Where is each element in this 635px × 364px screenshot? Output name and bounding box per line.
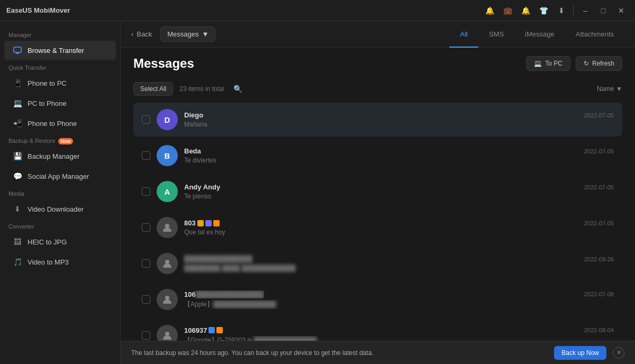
color-block [216,327,223,333]
message-name: Andy Andy [184,183,220,191]
content-area: ‹ Back Messages ▼ All SMS iMessage Attac… [121,21,635,364]
message-checkbox[interactable] [142,295,150,304]
message-checkbox[interactable] [142,115,150,124]
close-button[interactable]: ✕ [614,3,629,18]
messages-header: Messages 💻 To PC ↻ Refresh [121,48,635,77]
message-checkbox[interactable] [142,187,150,196]
close-notification-button[interactable]: ✕ [613,347,624,359]
back-chevron-icon: ‹ [131,30,133,38]
message-checkbox[interactable] [142,223,150,232]
tray-icon[interactable]: ⬇ [554,3,569,18]
message-content: 803 2022-07-05 Que tal es hoy [184,219,614,236]
message-checkbox[interactable] [142,151,150,160]
sidebar: Manager Browse & Transfer Quick Transfer… [0,21,121,364]
media-section-label: Media [0,186,120,199]
sidebar-item-phone-to-phone[interactable]: 📲 Phone to Phone [4,114,116,133]
sidebar-label-video-to-mp3: Video to MP3 [28,258,69,266]
message-checkbox[interactable] [142,259,150,268]
list-item[interactable]: B Beda 2022-07-05 Te diviertes [133,139,622,172]
message-content: 106937 2022-08-04 【Google】G-759203 is ██… [184,326,614,341]
browse-transfer-icon [13,46,22,55]
message-name: Beda [184,147,201,155]
message-preview: Te diviertes [184,157,614,164]
maximize-button[interactable]: □ [596,3,611,18]
message-date: 2022-09-26 [584,256,614,262]
items-count: 23 items in total [179,85,224,93]
dropdown-chevron-icon: ▼ [202,30,209,38]
tab-attachments[interactable]: Attachments [565,26,624,42]
select-all-button[interactable]: Select All [133,82,173,96]
briefcase-icon[interactable]: 💼 [500,3,515,18]
sort-chevron-icon: ▼ [616,85,622,93]
list-item[interactable]: ██████████████ 2022-09-26 ████████ ████ … [133,247,622,280]
back-button[interactable]: ‹ Back [131,30,152,38]
category-dropdown[interactable]: Messages ▼ [160,26,215,42]
avatar [157,325,178,341]
svg-point-5 [165,296,169,300]
search-button[interactable]: 🔍 [230,81,245,96]
message-preview: Te pienso [184,193,614,200]
message-name: Diego [184,111,203,119]
tabs-bar: All SMS iMessage Attachments [449,26,624,42]
sidebar-label-pc-to-phone: PC to Phone [28,99,67,107]
avatar: A [157,181,178,202]
social-app-manager-icon: 💬 [13,171,22,181]
message-preview: 【Google】G-759203 is ██████████████ [184,336,614,341]
to-pc-icon: 💻 [534,60,542,67]
svg-point-4 [165,260,169,264]
dropdown-value: Messages [167,30,198,38]
svg-point-3 [165,224,169,228]
message-checkbox[interactable] [142,331,150,340]
main-layout: Manager Browse & Transfer Quick Transfer… [0,21,635,364]
filter-bar: Select All 23 items in total 🔍 Name ▼ [121,77,635,103]
sidebar-item-heic-to-jpg[interactable]: 🖼 HEIC to JPG [4,232,116,251]
manager-section-label: Manager [0,28,120,40]
refresh-icon: ↻ [584,60,589,67]
sidebar-label-phone-to-phone: Phone to Phone [28,120,77,128]
refresh-button[interactable]: ↻ Refresh [576,56,622,71]
bell-icon[interactable]: 🔔 [518,3,533,18]
tab-sms[interactable]: SMS [478,26,514,42]
avatar [157,253,178,274]
sort-button[interactable]: Name ▼ [597,85,622,93]
hanger-icon[interactable]: 👕 [536,3,551,18]
sidebar-label-browse-transfer: Browse & Transfer [28,47,84,54]
sidebar-item-browse-transfer[interactable]: Browse & Transfer [4,41,116,60]
color-block [197,220,204,226]
converter-section-label: Converter [0,219,120,232]
list-item[interactable]: D Diego 2022-07-05 Mañana [133,103,622,136]
message-preview: 【Apple】██████████████ [184,300,614,309]
sidebar-item-backup-manager[interactable]: 💾 Backup Manager [4,147,116,166]
sort-label: Name [597,85,614,93]
bottom-notification-bar: The last backup was 24 hours ago. You ca… [121,341,635,364]
notification-icon[interactable]: 🔔 [482,3,497,18]
sidebar-item-social-app-manager[interactable]: 💬 Social App Manager [4,167,116,186]
sidebar-item-video-downloader[interactable]: ⬇ Video Downloader [4,199,116,219]
tab-imessage[interactable]: iMessage [514,26,565,42]
heic-icon: 🖼 [13,237,22,247]
backup-now-button[interactable]: Back up Now [554,346,606,360]
backup-message: The last backup was 24 hours ago. You ca… [131,349,548,357]
minimize-button[interactable]: – [578,3,593,18]
message-date: 2022-07-05 [584,220,614,226]
list-item[interactable]: 803 2022-07-05 Que tal es hoy [133,211,622,244]
list-item[interactable]: A Andy Andy 2022-07-05 Te pienso [133,175,622,208]
sidebar-item-phone-to-pc[interactable]: 📱 Phone to PC [4,74,116,93]
message-name: ██████████████ [184,255,252,263]
list-item[interactable]: 106██████████████ 2022-07-08 【Apple】████… [133,283,622,316]
video-downloader-icon: ⬇ [13,204,22,214]
list-item[interactable]: 106937 2022-08-04 【Google】G-759203 is ██… [133,319,622,341]
sidebar-item-pc-to-phone[interactable]: 💻 PC to Phone [4,94,116,113]
color-block [213,220,220,226]
pc-to-phone-icon: 💻 [13,98,22,108]
tab-all[interactable]: All [449,26,478,42]
sidebar-item-video-to-mp3[interactable]: 🎵 Video to MP3 [4,252,116,271]
avatar [157,217,178,238]
quick-transfer-section-label: Quick Transfer [0,60,120,73]
back-label: Back [137,30,152,38]
message-date: 2022-07-08 [584,291,614,297]
to-pc-button[interactable]: 💻 To PC [526,56,570,71]
message-content: Diego 2022-07-05 Mañana [184,111,614,128]
message-preview: Que tal es hoy [184,229,614,236]
video-to-mp3-icon: 🎵 [13,257,22,267]
